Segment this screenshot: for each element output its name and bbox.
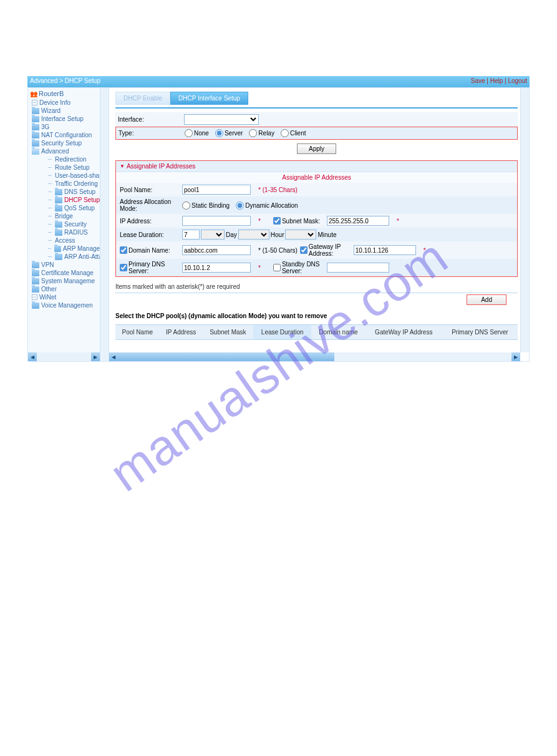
sidebar-other[interactable]: Other xyxy=(32,285,109,293)
folder-icon xyxy=(54,246,61,252)
sidebar-arp-management[interactable]: ARP Manageme xyxy=(39,245,109,253)
pool-name-hint: * (1-35 Chars) xyxy=(257,187,298,193)
sidebar-3g[interactable]: 3G xyxy=(32,123,109,131)
sidebar-item-label: Wizard xyxy=(41,107,61,114)
primary-dns-input[interactable] xyxy=(182,263,251,273)
folder-icon xyxy=(32,132,39,138)
standby-dns-check[interactable] xyxy=(273,264,281,271)
sidebar-bridge[interactable]: Bridge xyxy=(39,212,109,220)
apply-button[interactable]: Apply xyxy=(297,143,336,154)
collapse-icon: − xyxy=(32,294,37,300)
type-client[interactable]: Client xyxy=(281,129,306,137)
breadcrumb: Advanced > DHCP Setup xyxy=(27,76,126,87)
sidebar-radius[interactable]: RADIUS xyxy=(39,228,109,236)
col-domain-name[interactable]: Domain name xyxy=(311,325,365,340)
subnet-mask-label: Subnet Mask: xyxy=(282,218,320,225)
subnet-mask-input[interactable] xyxy=(327,216,389,226)
sidebar-arp-anti[interactable]: ARP Anti-Attacl xyxy=(39,253,109,261)
domain-name-input[interactable] xyxy=(182,245,251,255)
type-none[interactable]: None xyxy=(185,129,209,137)
lease-minute-select[interactable] xyxy=(285,230,316,240)
standby-dns-input[interactable] xyxy=(327,263,389,273)
sidebar-security-setup[interactable]: Security Setup xyxy=(32,139,109,147)
sidebar-dhcp-setup[interactable]: DHCP Setup xyxy=(39,196,109,204)
sidebar-item-label: Interface Setup xyxy=(41,115,84,122)
scroll-left-icon[interactable]: ◀ xyxy=(28,352,37,361)
pool-name-label: Pool Name: xyxy=(120,187,182,193)
sidebar-vscroll[interactable] xyxy=(100,88,109,361)
ip-address-label: IP Address: xyxy=(120,218,182,225)
col-ip-address[interactable]: IP Address xyxy=(160,325,203,340)
content-hscroll[interactable]: ◀ ▶ xyxy=(109,352,520,361)
tab-dhcp-enable[interactable]: DHCP Enable xyxy=(115,92,170,105)
sidebar-device-info[interactable]: −Device Info xyxy=(32,99,109,107)
type-relay[interactable]: Relay xyxy=(249,129,274,137)
scroll-right-icon[interactable]: ▶ xyxy=(91,352,100,361)
standby-dns-label: Standby DNS Server: xyxy=(282,261,327,274)
pool-name-input[interactable] xyxy=(182,185,251,195)
panel-header[interactable]: Assignable IP Addresses xyxy=(116,161,517,172)
scroll-left-icon[interactable]: ◀ xyxy=(109,352,118,361)
tab-dhcp-interface-setup[interactable]: DHCP Interface Setup xyxy=(170,92,248,105)
add-button[interactable]: Add xyxy=(467,294,506,305)
help-link[interactable]: Help xyxy=(490,77,503,84)
sidebar-qos-setup[interactable]: QoS Setup xyxy=(39,204,109,212)
sidebar-user-based[interactable]: User-based-sharin xyxy=(39,172,109,180)
breadcrumb-bar xyxy=(126,76,530,87)
sidebar-redirection[interactable]: Redirection xyxy=(39,155,109,163)
col-primary-dns[interactable]: Primary DNS Server xyxy=(442,325,518,340)
lease-day-input[interactable] xyxy=(182,230,200,240)
type-server[interactable]: Server xyxy=(215,129,243,137)
alloc-static[interactable]: Static Binding xyxy=(182,201,230,210)
sidebar-access[interactable]: Access xyxy=(39,236,109,245)
sidebar-item-label: 3G xyxy=(41,124,49,130)
sidebar-hscroll[interactable]: ◀ ▶ xyxy=(28,352,100,361)
interface-select[interactable] xyxy=(184,114,259,125)
sidebar-nat-config[interactable]: NAT Configuration xyxy=(32,131,109,139)
sidebar-interface-setup[interactable]: Interface Setup xyxy=(32,115,109,123)
sidebar-item-label: Security Setup xyxy=(41,140,82,147)
domain-name-check[interactable] xyxy=(120,246,127,254)
sidebar-winet[interactable]: −WiNet xyxy=(32,293,109,301)
ip-address-input[interactable] xyxy=(182,216,251,226)
panel-subtitle: Assignable IP Addresses xyxy=(116,172,517,183)
gateway-ip-input[interactable] xyxy=(354,245,416,255)
primary-dns-check[interactable] xyxy=(120,264,127,271)
assignable-ip-panel: Assignable IP Addresses Assignable IP Ad… xyxy=(115,160,518,277)
folder-icon xyxy=(32,303,39,309)
folder-icon xyxy=(55,221,62,228)
alloc-dynamic[interactable]: Dynamic Allocation xyxy=(236,201,298,210)
save-link[interactable]: Save xyxy=(471,77,485,84)
content-vscroll[interactable] xyxy=(520,88,529,352)
sidebar-cert-manage[interactable]: Certificate Manage xyxy=(32,269,109,277)
folder-icon xyxy=(55,197,62,203)
lease-day-select[interactable] xyxy=(201,230,225,240)
sidebar-dns-setup[interactable]: DNS Setup xyxy=(39,188,109,196)
domain-name-label: Domain Name: xyxy=(128,247,170,254)
sidebar-item-label: Advanced xyxy=(41,148,69,155)
col-gateway-ip[interactable]: GateWay IP Address xyxy=(366,325,442,340)
folder-icon xyxy=(32,124,39,130)
sidebar-route-setup[interactable]: Route Setup xyxy=(39,163,109,172)
sidebar-item-label: Device Info xyxy=(39,99,70,106)
scroll-right-icon[interactable]: ▶ xyxy=(511,352,520,361)
col-lease-duration[interactable]: Lease Duration xyxy=(253,325,311,340)
sidebar-vpn[interactable]: VPN xyxy=(32,261,109,269)
folder-icon xyxy=(55,230,62,236)
sidebar-advanced[interactable]: Advanced xyxy=(32,147,109,155)
col-subnet-mask[interactable]: Subnet Mask xyxy=(203,325,254,340)
sidebar-wizard[interactable]: Wizard xyxy=(32,107,109,115)
lease-duration-label: Lease Duration: xyxy=(120,231,182,238)
sidebar-voice[interactable]: Voice Managemen xyxy=(32,301,109,309)
logout-link[interactable]: Logout xyxy=(508,77,527,84)
sidebar-traffic-ordering[interactable]: Traffic Ordering xyxy=(39,180,109,188)
col-pool-name[interactable]: Pool Name xyxy=(115,325,160,340)
subnet-mask-check[interactable] xyxy=(273,217,281,225)
remove-instruction: Select the DHCP pool(s) (dynamic allocat… xyxy=(115,309,518,324)
router-root[interactable]: RouterB xyxy=(28,88,109,99)
gateway-ip-check[interactable] xyxy=(300,246,308,254)
sidebar-sys-manage[interactable]: System Manageme xyxy=(32,277,109,285)
router-label: RouterB xyxy=(39,90,64,97)
lease-hour-select[interactable] xyxy=(238,230,269,240)
sidebar-security[interactable]: Security xyxy=(39,220,109,228)
